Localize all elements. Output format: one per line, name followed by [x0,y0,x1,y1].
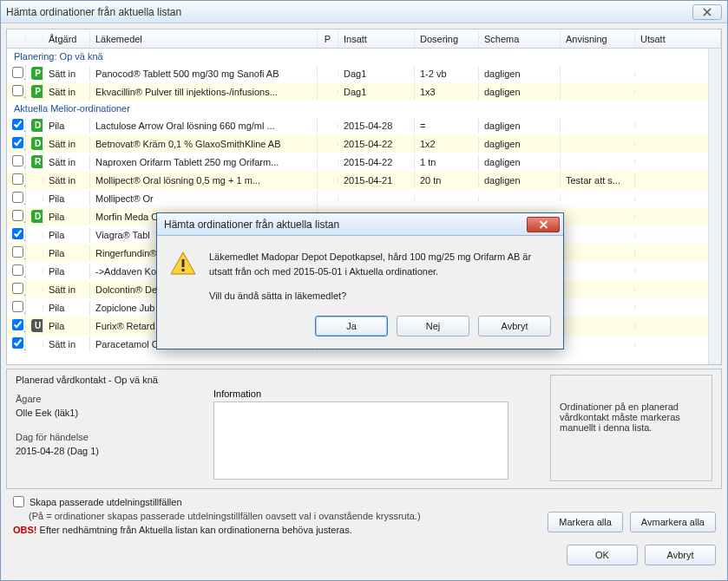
row-checkbox[interactable] [12,283,23,294]
row-atgard: Pila [43,118,90,134]
col-atgard[interactable]: Åtgärd [43,31,90,47]
row-checkbox[interactable] [12,264,23,276]
row-checkbox[interactable] [12,210,23,221]
row-atgard: Pila [43,209,90,225]
dialog-ja-button[interactable]: Ja [315,316,388,336]
row-checkbox[interactable] [12,319,23,330]
row-checkbox[interactable] [12,192,23,203]
row-anvisning [561,141,635,147]
lp-right-text: Ordinationer på en planerad vårdkontakt … [560,401,703,433]
row-atgard: Pila [43,227,90,243]
window-close-button[interactable] [692,4,722,20]
row-p [318,178,338,183]
table-row[interactable]: RSätt inNaproxen Orifarm Tablett 250 mg … [7,153,721,171]
row-insatt: 2015-04-22 [338,154,415,170]
table-row[interactable]: DSätt inBetnovat® Kräm 0,1 % GlaxoSmithK… [7,134,721,153]
dialog-avbryt-button[interactable]: Avbryt [478,316,551,336]
row-checkbox[interactable] [12,85,23,96]
row-anvisning [561,323,635,329]
col-dosering[interactable]: Dosering [415,31,479,47]
row-lakemedel: Betnovat® Kräm 0,1 % GlaxoSmithKline AB [90,136,318,152]
row-anvisning [561,287,635,292]
row-schema [479,196,561,201]
avbryt-button[interactable]: Avbryt [645,545,716,565]
row-status-icon: D [26,207,43,225]
dialog-buttons: Ja Nej Avbryt [157,307,563,349]
cb-skapa-passerade-input[interactable] [13,496,24,507]
row-status-icon [26,196,43,201]
grid-scrollbar[interactable] [708,49,721,364]
row-schema: dagligen [479,173,561,188]
confirm-dialog: Hämta ordinationer från aktuella listan … [156,212,564,349]
row-checkbox[interactable] [12,67,23,78]
dialog-line2: Vill du ändå sätta in läkemedlet? [209,289,551,304]
ok-button[interactable]: OK [567,545,638,565]
row-atgard: Pila [43,191,90,206]
dialog-close-button[interactable] [527,217,560,232]
col-insatt[interactable]: Insatt [338,31,415,47]
dialog-titlebar: Hämta ordinationer från aktuella listan [157,213,563,236]
row-lakemedel: Ekvacillin® Pulver till injektions-/infu… [90,84,318,100]
row-status-icon [26,232,43,238]
row-anvisning: Testar att s... [561,173,635,188]
row-p [318,89,338,95]
row-atgard: Pila [43,245,90,261]
markera-alla-button[interactable]: Markera alla [548,512,623,532]
row-lakemedel: Panocod® Tablett 500 mg/30 mg Sanofi AB [90,66,318,82]
row-p [318,123,338,128]
cb-skapa-passerade-label: Skapa passerade utdelningstillfällen [30,497,182,507]
row-status-icon: D [26,116,43,134]
agare-label: Ägare [16,394,189,404]
row-checkbox[interactable] [12,119,23,130]
col-icon [26,36,43,42]
table-row[interactable]: PSätt inEkvacillin® Pulver till injektio… [7,82,721,101]
dialog-text: Läkemedlet Madopar Depot Depotkapsel, hå… [209,250,551,304]
row-anvisning [561,214,635,219]
row-checkbox[interactable] [12,337,23,349]
row-dosering: 1-2 vb [415,66,479,82]
row-status-icon: R [26,153,43,171]
row-status-icon [26,342,43,347]
table-row[interactable]: Sätt inMollipect® Oral lösning 0,5 mg + … [7,171,721,189]
row-lakemedel: Mollipect® Or [90,191,318,206]
avmarkera-alla-button[interactable]: Avmarkera alla [630,512,716,532]
row-checkbox[interactable] [12,137,23,148]
table-row[interactable]: DPilaLactulose Arrow Oral lösning 660 mg… [7,116,721,134]
row-checkbox[interactable] [12,155,23,166]
row-insatt [338,196,415,201]
row-lakemedel: Naproxen Orifarm Tablett 250 mg Orifarm.… [90,154,318,170]
group-planering: Planering: Op vä knä [7,49,721,64]
table-row[interactable]: PilaMollipect® Or [7,189,721,207]
dialog-nej-button[interactable]: Nej [397,316,469,336]
ok-cancel-buttons: OK Avbryt [567,545,716,565]
row-checkbox[interactable] [12,301,23,312]
dialog-title: Hämta ordinationer från aktuella listan [164,219,339,231]
cb-skapa-passerade[interactable]: Skapa passerade utdelningstillfällen [13,496,715,507]
row-dosering: 1x2 [415,136,479,152]
row-status-icon: D [26,134,43,153]
dialog-line1: Läkemedlet Madopar Depot Depotkapsel, hå… [209,250,551,278]
table-row[interactable]: PSätt inPanocod® Tablett 500 mg/30 mg Sa… [7,64,721,82]
grid-header: Åtgärd Läkemedel P Insatt Dosering Schem… [7,29,721,49]
col-utsatt[interactable]: Utsatt [635,31,721,47]
row-anvisning [561,342,635,347]
info-textarea[interactable] [213,401,508,480]
row-anvisning [561,251,635,256]
row-checkbox[interactable] [12,228,23,239]
row-status-icon [26,305,43,310]
row-status-icon: P [26,82,43,101]
row-status-icon: P [26,64,43,82]
col-lakemedel[interactable]: Läkemedel [90,31,318,47]
col-schema[interactable]: Schema [479,31,561,47]
row-dosering: 1x3 [415,84,479,100]
row-status-icon [26,178,43,183]
row-checkbox[interactable] [12,173,23,185]
col-p[interactable]: P [318,31,338,47]
row-insatt: 2015-04-28 [338,118,415,134]
row-schema: dagligen [479,66,561,82]
group-aktuella: Aktuella Melior-ordinationer [7,101,721,116]
row-checkbox[interactable] [12,246,23,258]
row-anvisning [561,196,635,201]
col-anvisning[interactable]: Anvisning [561,31,635,47]
row-insatt: 2015-04-21 [338,173,415,188]
